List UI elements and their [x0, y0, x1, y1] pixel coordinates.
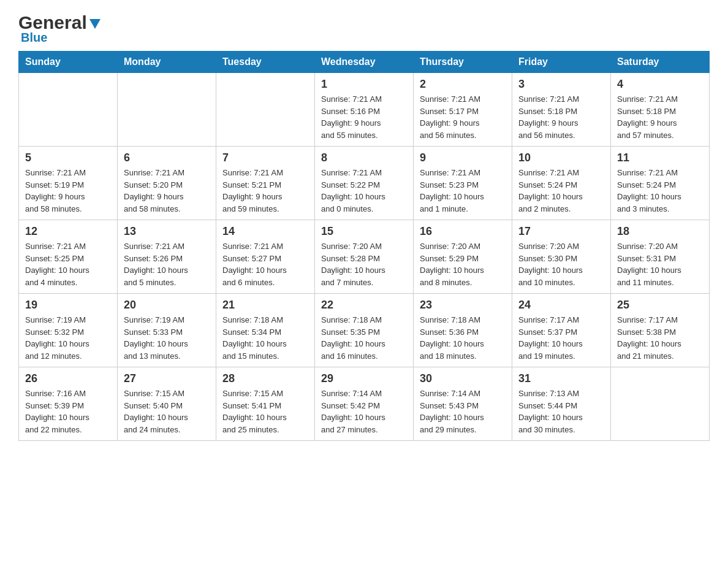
calendar-cell: 17Sunrise: 7:20 AM Sunset: 5:30 PM Dayli…: [512, 220, 611, 294]
calendar-cell: 1Sunrise: 7:21 AM Sunset: 5:16 PM Daylig…: [315, 73, 414, 147]
day-info: Sunrise: 7:19 AM Sunset: 5:33 PM Dayligh…: [124, 314, 210, 362]
calendar-cell: 5Sunrise: 7:21 AM Sunset: 5:19 PM Daylig…: [19, 147, 118, 220]
day-info: Sunrise: 7:21 AM Sunset: 5:25 PM Dayligh…: [25, 240, 111, 288]
weekday-header-wednesday: Wednesday: [315, 52, 414, 73]
calendar-cell: 6Sunrise: 7:21 AM Sunset: 5:20 PM Daylig…: [118, 147, 216, 220]
calendar-cell: 10Sunrise: 7:21 AM Sunset: 5:24 PM Dayli…: [512, 147, 611, 220]
calendar-week-row: 26Sunrise: 7:16 AM Sunset: 5:39 PM Dayli…: [19, 367, 710, 441]
day-info: Sunrise: 7:15 AM Sunset: 5:41 PM Dayligh…: [222, 388, 308, 435]
day-info: Sunrise: 7:14 AM Sunset: 5:42 PM Dayligh…: [321, 388, 407, 435]
day-number: 20: [124, 299, 210, 312]
calendar-cell: [216, 73, 315, 147]
day-info: Sunrise: 7:21 AM Sunset: 5:18 PM Dayligh…: [617, 93, 703, 141]
calendar-cell: 3Sunrise: 7:21 AM Sunset: 5:18 PM Daylig…: [512, 73, 611, 147]
calendar-cell: 24Sunrise: 7:17 AM Sunset: 5:37 PM Dayli…: [512, 294, 611, 367]
day-info: Sunrise: 7:20 AM Sunset: 5:28 PM Dayligh…: [321, 240, 407, 288]
day-info: Sunrise: 7:13 AM Sunset: 5:44 PM Dayligh…: [518, 388, 604, 435]
day-number: 27: [124, 372, 210, 385]
calendar-cell: 23Sunrise: 7:18 AM Sunset: 5:36 PM Dayli…: [414, 294, 512, 367]
day-info: Sunrise: 7:21 AM Sunset: 5:20 PM Dayligh…: [124, 167, 210, 215]
day-number: 30: [420, 372, 506, 385]
weekday-header-sunday: Sunday: [19, 52, 118, 73]
day-number: 12: [25, 225, 111, 238]
day-info: Sunrise: 7:17 AM Sunset: 5:38 PM Dayligh…: [617, 314, 703, 362]
day-number: 6: [124, 151, 210, 164]
calendar-cell: 29Sunrise: 7:14 AM Sunset: 5:42 PM Dayli…: [315, 367, 414, 441]
day-info: Sunrise: 7:18 AM Sunset: 5:36 PM Dayligh…: [420, 314, 506, 362]
day-info: Sunrise: 7:20 AM Sunset: 5:31 PM Dayligh…: [617, 240, 703, 288]
day-number: 25: [617, 299, 703, 312]
day-info: Sunrise: 7:21 AM Sunset: 5:19 PM Dayligh…: [25, 167, 111, 215]
logo: General Blue: [18, 12, 102, 45]
calendar-cell: 25Sunrise: 7:17 AM Sunset: 5:38 PM Dayli…: [611, 294, 710, 367]
day-info: Sunrise: 7:20 AM Sunset: 5:30 PM Dayligh…: [518, 240, 604, 288]
day-info: Sunrise: 7:21 AM Sunset: 5:17 PM Dayligh…: [420, 93, 506, 141]
day-info: Sunrise: 7:16 AM Sunset: 5:39 PM Dayligh…: [25, 388, 111, 435]
day-info: Sunrise: 7:20 AM Sunset: 5:29 PM Dayligh…: [420, 240, 506, 288]
calendar-cell: 31Sunrise: 7:13 AM Sunset: 5:44 PM Dayli…: [512, 367, 611, 441]
calendar-cell: 27Sunrise: 7:15 AM Sunset: 5:40 PM Dayli…: [118, 367, 216, 441]
calendar-cell: 20Sunrise: 7:19 AM Sunset: 5:33 PM Dayli…: [118, 294, 216, 367]
day-info: Sunrise: 7:21 AM Sunset: 5:22 PM Dayligh…: [321, 167, 407, 215]
calendar-cell: 13Sunrise: 7:21 AM Sunset: 5:26 PM Dayli…: [118, 220, 216, 294]
calendar-cell: 26Sunrise: 7:16 AM Sunset: 5:39 PM Dayli…: [19, 367, 118, 441]
day-number: 10: [518, 151, 604, 164]
day-info: Sunrise: 7:21 AM Sunset: 5:24 PM Dayligh…: [518, 167, 604, 215]
day-number: 29: [321, 372, 407, 385]
day-number: 23: [420, 299, 506, 312]
calendar-cell: 18Sunrise: 7:20 AM Sunset: 5:31 PM Dayli…: [611, 220, 710, 294]
calendar-cell: [19, 73, 118, 147]
weekday-header-friday: Friday: [512, 52, 611, 73]
calendar-cell: 28Sunrise: 7:15 AM Sunset: 5:41 PM Dayli…: [216, 367, 315, 441]
calendar-cell: 2Sunrise: 7:21 AM Sunset: 5:17 PM Daylig…: [414, 73, 512, 147]
weekday-header-monday: Monday: [118, 52, 216, 73]
day-number: 14: [222, 225, 308, 238]
day-number: 19: [25, 299, 111, 312]
calendar-cell: [118, 73, 216, 147]
day-number: 16: [420, 225, 506, 238]
day-info: Sunrise: 7:21 AM Sunset: 5:18 PM Dayligh…: [518, 93, 604, 141]
day-number: 15: [321, 225, 407, 238]
day-number: 31: [518, 372, 604, 385]
calendar-cell: 22Sunrise: 7:18 AM Sunset: 5:35 PM Dayli…: [315, 294, 414, 367]
day-info: Sunrise: 7:21 AM Sunset: 5:26 PM Dayligh…: [124, 240, 210, 288]
calendar-week-row: 1Sunrise: 7:21 AM Sunset: 5:16 PM Daylig…: [19, 73, 710, 147]
day-info: Sunrise: 7:19 AM Sunset: 5:32 PM Dayligh…: [25, 314, 111, 362]
calendar-cell: 11Sunrise: 7:21 AM Sunset: 5:24 PM Dayli…: [611, 147, 710, 220]
calendar-cell: 15Sunrise: 7:20 AM Sunset: 5:28 PM Dayli…: [315, 220, 414, 294]
svg-marker-0: [89, 19, 100, 29]
calendar-cell: 4Sunrise: 7:21 AM Sunset: 5:18 PM Daylig…: [611, 73, 710, 147]
day-number: 22: [321, 299, 407, 312]
day-info: Sunrise: 7:18 AM Sunset: 5:35 PM Dayligh…: [321, 314, 407, 362]
calendar-cell: 9Sunrise: 7:21 AM Sunset: 5:23 PM Daylig…: [414, 147, 512, 220]
day-number: 7: [222, 151, 308, 164]
calendar-cell: [611, 367, 710, 441]
day-info: Sunrise: 7:15 AM Sunset: 5:40 PM Dayligh…: [124, 388, 210, 435]
day-info: Sunrise: 7:21 AM Sunset: 5:27 PM Dayligh…: [222, 240, 308, 288]
calendar-cell: 7Sunrise: 7:21 AM Sunset: 5:21 PM Daylig…: [216, 147, 315, 220]
weekday-header-saturday: Saturday: [611, 52, 710, 73]
day-info: Sunrise: 7:21 AM Sunset: 5:21 PM Dayligh…: [222, 167, 308, 215]
calendar-week-row: 12Sunrise: 7:21 AM Sunset: 5:25 PM Dayli…: [19, 220, 710, 294]
day-number: 5: [25, 151, 111, 164]
day-number: 1: [321, 78, 407, 91]
weekday-header-tuesday: Tuesday: [216, 52, 315, 73]
day-info: Sunrise: 7:17 AM Sunset: 5:37 PM Dayligh…: [518, 314, 604, 362]
day-info: Sunrise: 7:21 AM Sunset: 5:16 PM Dayligh…: [321, 93, 407, 141]
day-number: 3: [518, 78, 604, 91]
day-info: Sunrise: 7:14 AM Sunset: 5:43 PM Dayligh…: [420, 388, 506, 435]
logo-triangle-icon: [88, 17, 102, 30]
calendar-week-row: 5Sunrise: 7:21 AM Sunset: 5:19 PM Daylig…: [19, 147, 710, 220]
day-number: 18: [617, 225, 703, 238]
calendar-cell: 8Sunrise: 7:21 AM Sunset: 5:22 PM Daylig…: [315, 147, 414, 220]
day-info: Sunrise: 7:21 AM Sunset: 5:23 PM Dayligh…: [420, 167, 506, 215]
day-number: 24: [518, 299, 604, 312]
day-number: 13: [124, 225, 210, 238]
calendar-cell: 21Sunrise: 7:18 AM Sunset: 5:34 PM Dayli…: [216, 294, 315, 367]
day-info: Sunrise: 7:18 AM Sunset: 5:34 PM Dayligh…: [222, 314, 308, 362]
calendar-cell: 16Sunrise: 7:20 AM Sunset: 5:29 PM Dayli…: [414, 220, 512, 294]
calendar-cell: 12Sunrise: 7:21 AM Sunset: 5:25 PM Dayli…: [19, 220, 118, 294]
logo-blue-text: Blue: [21, 31, 47, 44]
day-number: 4: [617, 78, 703, 91]
calendar-cell: 19Sunrise: 7:19 AM Sunset: 5:32 PM Dayli…: [19, 294, 118, 367]
